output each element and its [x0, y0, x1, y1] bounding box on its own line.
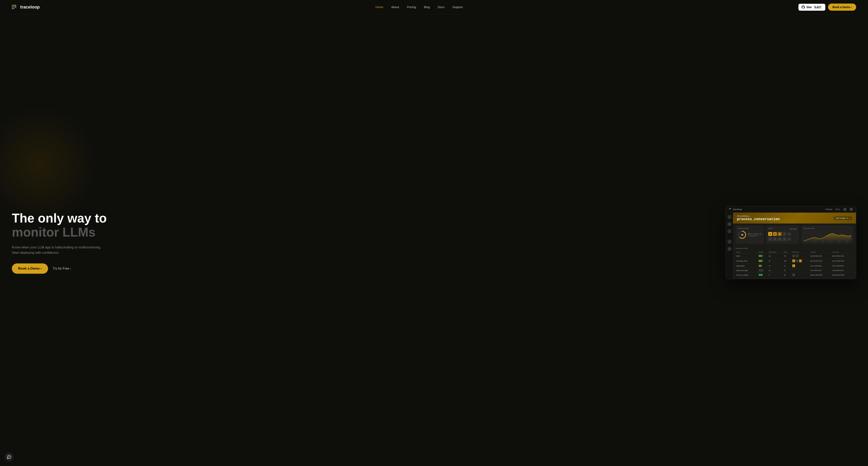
task-last-used: Mar 29 2023 21:51 — [832, 253, 854, 258]
logo[interactable]: traceloop — [12, 4, 40, 10]
sidebar-grid-icon[interactable]: ⊞ — [727, 222, 732, 226]
task-monitored: ◉ ⚙ ★ — [792, 258, 810, 263]
chat-icon-button[interactable] — [5, 453, 13, 461]
dashboard-date-filter[interactable]: Last 14 days ▾ ≡ — [834, 216, 852, 220]
table-row[interactable]: convert_to_hubspot — [735, 273, 854, 277]
task-name: extract_next_steps — [735, 268, 758, 273]
alert-icon-4[interactable]: ◇ — [782, 232, 786, 236]
table-row[interactable]: summarize_chunk — [735, 258, 854, 263]
monitor-icon[interactable]: ◉ — [792, 259, 795, 262]
dashboard-topbar-website[interactable]: Website — [825, 208, 832, 211]
dashboard-logo-icon — [729, 208, 732, 211]
nav-item-about[interactable]: About — [391, 5, 399, 9]
monitor-icon[interactable]: ⚙ — [796, 259, 799, 262]
seg — [760, 255, 760, 257]
nav-link-docs[interactable]: Docs — [438, 5, 444, 9]
hero-title: The only way to monitor LLMs — [12, 211, 130, 239]
alert-icon-1[interactable]: ◉ — [768, 232, 772, 236]
seg — [761, 260, 762, 262]
col-header-open-alerts: Open Alerts — [768, 251, 783, 253]
seg — [759, 255, 759, 257]
svg-text:Dec: Dec — [847, 241, 848, 242]
table-row[interactable]: extract_topics — [735, 263, 854, 268]
dashboard-topbar-settings-icon[interactable]: ⚙ — [843, 208, 846, 211]
alert-icon-5[interactable]: ⊞ — [787, 232, 791, 236]
alert-icon-2[interactable]: ◈ — [773, 232, 777, 236]
alert-icon-9[interactable]: ≡ — [782, 237, 786, 241]
nav-item-docs[interactable]: Docs — [438, 5, 444, 9]
seg — [762, 269, 763, 271]
dashboard-sidebar: ⊙ ⊞ △ ◎ ⚙ — [726, 213, 733, 279]
task-open-alerts: n/a — [768, 253, 783, 258]
hero-demo-button[interactable]: Book a Demo › — [12, 263, 48, 274]
hero-subtitle: Know when your LLM app is hallucinating … — [12, 245, 107, 255]
task-monitored: ⊙ ⚙ — [792, 253, 810, 258]
monitor-icon[interactable]: ⚙ — [796, 254, 799, 257]
svg-rect-4 — [13, 6, 14, 7]
chat-icon-svg — [7, 455, 11, 459]
nav-link-home[interactable]: Home — [375, 5, 383, 9]
task-open-alerts: 07 — [768, 258, 783, 263]
health-bar — [759, 265, 767, 267]
col-header-tasks: Tasks — [735, 251, 758, 253]
col-header-monitored: Monitored — [792, 251, 810, 253]
seg — [762, 274, 763, 276]
alert-icons-row-1: ◉ ◈ ◆ ◇ ⊞ — [768, 232, 797, 236]
monitor-icon[interactable]: ★ — [799, 259, 802, 262]
sidebar-user-icon[interactable]: ◎ — [727, 240, 732, 244]
nav-item-support[interactable]: Support — [453, 5, 463, 9]
nav-item-blog[interactable]: Blog — [424, 5, 430, 9]
alert-icon-8[interactable]: ◎ — [778, 237, 782, 241]
nav-demo-button[interactable]: Book a Demo › — [828, 4, 856, 11]
table-row[interactable]: chunk — [735, 253, 854, 258]
task-runs: 136 — [783, 258, 792, 263]
sidebar-alert-icon[interactable]: △ — [727, 229, 732, 233]
task-name: extract_topics — [735, 263, 758, 268]
date-filter-label: Last 14 days — [836, 217, 846, 219]
nav-link-about[interactable]: About — [391, 5, 399, 9]
date-filter-chevron: ▾ — [847, 217, 848, 219]
alert-icon-3[interactable]: ◆ — [778, 232, 782, 236]
monitor-icon[interactable]: ⚙ — [792, 274, 795, 276]
date-filter-menu-icon[interactable]: ≡ — [849, 217, 850, 219]
svg-text:Oct: Oct — [830, 241, 832, 242]
bg-glow — [0, 105, 99, 223]
health-bar — [759, 260, 767, 262]
nav-links: Home About Pricing Blog Docs Support — [375, 5, 463, 9]
nav-item-home[interactable]: Home — [375, 5, 383, 9]
health-bar — [759, 269, 767, 271]
gauge-label-not-monitored: Not monitored 05 — [748, 233, 761, 235]
nav-item-pricing[interactable]: Pricing — [407, 5, 416, 9]
nav-link-pricing[interactable]: Pricing — [407, 5, 416, 9]
dashboard-topbar-menu-icon[interactable]: ☰ — [849, 208, 853, 211]
seg — [760, 265, 761, 267]
not-monitored-label: Not monitored — [750, 233, 759, 235]
gauge-labels: Not monitored 05 Monitored 11 — [748, 233, 761, 237]
dot-gray — [748, 236, 749, 236]
nav-link-blog[interactable]: Blog — [424, 5, 430, 9]
task-created: Oct 17 2023 09:41 — [810, 263, 832, 268]
svg-text:Jul: Jul — [805, 241, 807, 242]
dashboard-topbar-docs[interactable]: Docs — [836, 208, 840, 211]
svg-rect-9 — [730, 208, 731, 209]
alert-icon-7[interactable]: ⊘ — [773, 237, 777, 241]
table-row[interactable]: extract_next_steps — [735, 268, 854, 273]
seg — [763, 255, 763, 257]
nav-link-support[interactable]: Support — [453, 5, 463, 9]
alert-icons-row-2: ✕ ⊘ ◎ ≡ SQL — [768, 237, 797, 241]
add-monitor-link[interactable]: Add monitor — [789, 228, 797, 230]
task-last-used: May 26 2023 08:28 — [832, 273, 854, 277]
sidebar-settings-icon[interactable]: ⚙ — [727, 247, 732, 251]
gauge-label-monitored: Monitored 11 — [748, 235, 761, 237]
alerts-card: Alerts Add monitor ◉ ◈ ◆ ◇ ⊞ — [766, 225, 799, 244]
sidebar-home-icon[interactable]: ⊙ — [727, 215, 732, 219]
github-star-button[interactable]: Star 5,417 — [799, 4, 825, 11]
alert-icon-10[interactable]: SQL — [787, 237, 791, 241]
seg — [760, 255, 761, 257]
alert-icon-6[interactable]: ✕ — [768, 237, 772, 241]
svg-rect-12 — [730, 209, 731, 210]
hero-try-free-link[interactable]: Try for Free › — [53, 267, 71, 270]
monitor-icon[interactable]: ◉ — [792, 265, 795, 267]
col-header-health: Health — [758, 251, 768, 253]
monitor-icon[interactable]: ⊙ — [792, 254, 795, 257]
